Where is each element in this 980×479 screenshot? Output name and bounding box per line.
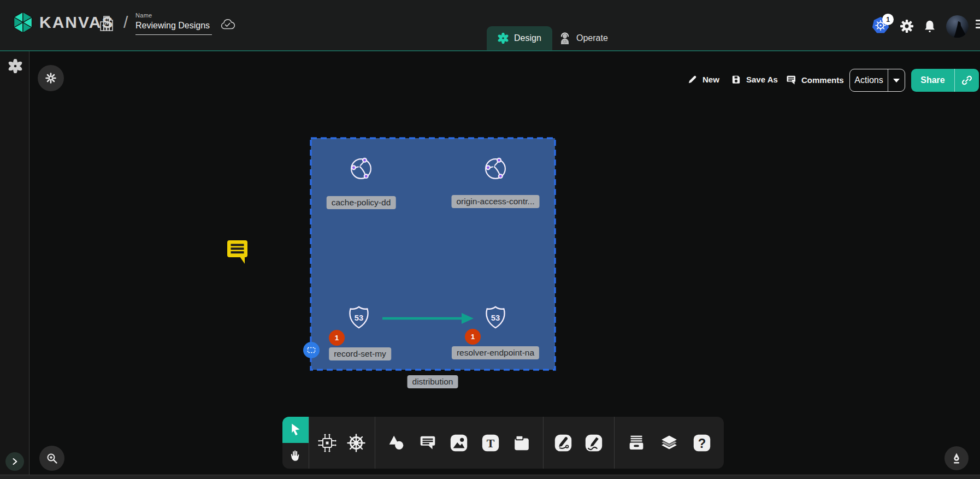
- archive-drawer-icon: [626, 433, 647, 453]
- comment-icon: [786, 74, 796, 85]
- pencil-scribble-icon: [583, 433, 604, 453]
- menu-icon[interactable]: [976, 20, 980, 31]
- route53-shield-icon: 53: [481, 304, 510, 333]
- image-tool[interactable]: [448, 433, 469, 453]
- drawing-tools: [544, 417, 614, 469]
- caret-down-icon: [893, 79, 900, 82]
- kanvas-logo-icon[interactable]: [12, 11, 34, 34]
- node-label-resolver-endpoint[interactable]: resolver-endpoint-na: [452, 346, 539, 359]
- save-icon: [731, 74, 741, 85]
- cloudfront-globe-icon: [347, 155, 375, 183]
- actions-dropdown-toggle[interactable]: [888, 69, 905, 91]
- text-tool-glyph: T: [486, 436, 494, 450]
- shapes-icon: [386, 433, 406, 453]
- image-icon: [448, 433, 469, 453]
- node-record-set[interactable]: 53: [338, 297, 380, 340]
- bottom-strip: [0, 475, 980, 479]
- asterisk-flower-icon: [44, 72, 57, 85]
- comment-bubble-icon: [417, 433, 438, 453]
- save-as-button-label: Save As: [746, 75, 778, 84]
- tab-operate-label: Operate: [576, 33, 608, 43]
- cloud-saved-icon: [220, 18, 236, 31]
- cloudfront-globe-icon: [481, 155, 510, 183]
- selection-handle-icon: [306, 345, 317, 356]
- name-field-label: Name: [135, 12, 212, 19]
- hand-icon: [288, 448, 303, 463]
- new-button-label: New: [702, 75, 719, 84]
- node-resolver-endpoint[interactable]: 53: [474, 297, 517, 340]
- node-origin-access-control[interactable]: [474, 147, 517, 190]
- node-count-badge: 1: [465, 329, 481, 345]
- share-button[interactable]: Share: [911, 69, 979, 92]
- actions-button[interactable]: Actions: [849, 69, 905, 92]
- copy-link-button[interactable]: [954, 69, 979, 92]
- selection-handle[interactable]: [303, 342, 320, 358]
- node-label-record-set[interactable]: record-set-my: [329, 347, 391, 360]
- pen-path-icon: [553, 433, 574, 453]
- design-flower-icon: [498, 33, 509, 44]
- design-name-input[interactable]: [135, 20, 212, 35]
- notifications-bell-icon[interactable]: [923, 19, 936, 33]
- circuit-components-tool[interactable]: [316, 432, 338, 454]
- pencil-icon: [687, 74, 698, 85]
- new-button[interactable]: New: [687, 74, 719, 85]
- sticky-note-tool[interactable]: [511, 433, 532, 453]
- bottom-toolbar: T: [282, 417, 724, 469]
- link-icon: [961, 74, 973, 86]
- flower-recenter-button[interactable]: [38, 65, 64, 91]
- zoom-in-icon: [45, 452, 58, 465]
- tab-design-label: Design: [514, 33, 541, 43]
- context-count-badge: 1: [882, 14, 894, 25]
- cursor-icon: [287, 422, 304, 438]
- text-icon: T: [480, 433, 501, 453]
- question-icon: ?: [692, 433, 712, 453]
- kubernetes-components-tool[interactable]: [345, 432, 367, 454]
- pen-tool[interactable]: [553, 433, 574, 453]
- node-cache-policy[interactable]: [340, 147, 382, 190]
- operator-headset-icon: [559, 32, 571, 44]
- archive-tool[interactable]: [626, 433, 647, 453]
- chevron-right-icon: [9, 456, 20, 467]
- group-label-distribution[interactable]: distribution: [408, 375, 458, 388]
- save-as-button[interactable]: Save As: [731, 74, 778, 85]
- layers-icon: [658, 432, 680, 454]
- pen-mode-button[interactable]: [944, 446, 969, 470]
- tab-operate[interactable]: Operate: [548, 26, 619, 50]
- layers-tool[interactable]: [658, 432, 680, 454]
- org-building-icon[interactable]: [99, 15, 114, 32]
- help-tool-glyph: ?: [698, 435, 706, 450]
- utility-tools: ?: [615, 417, 724, 469]
- zoom-in-button[interactable]: [39, 446, 64, 471]
- comments-button[interactable]: Comments: [786, 74, 844, 85]
- tab-design[interactable]: Design: [487, 26, 552, 50]
- sidebar-expand-button[interactable]: [5, 452, 24, 471]
- node-label-cache-policy[interactable]: cache-policy-dd: [327, 196, 396, 209]
- user-avatar[interactable]: [946, 15, 969, 38]
- route53-number: 53: [355, 314, 363, 322]
- design-name-field: Name: [135, 12, 212, 35]
- freehand-draw-tool[interactable]: [583, 433, 604, 453]
- comments-button-label: Comments: [801, 75, 844, 85]
- circuit-chip-icon: [316, 432, 338, 454]
- breadcrumb-separator: /: [123, 13, 128, 32]
- pen-nib-icon: [950, 452, 963, 465]
- left-sidebar: [0, 51, 29, 475]
- pointer-tools: [282, 417, 309, 469]
- comment-tool[interactable]: [417, 433, 438, 453]
- help-tool[interactable]: ?: [692, 433, 712, 453]
- settings-gear-icon[interactable]: [900, 20, 913, 33]
- header: KANVAS / Name: [0, 0, 980, 51]
- app-root: KANVAS / Name: [0, 0, 980, 479]
- node-label-origin-access[interactable]: origin-access-contr...: [452, 195, 540, 208]
- comment-pin-icon[interactable]: [226, 239, 249, 264]
- annotation-tools: T: [375, 417, 543, 469]
- text-tool[interactable]: T: [480, 433, 501, 453]
- sidebar-flower-icon[interactable]: [8, 59, 22, 73]
- shapes-tool[interactable]: [386, 433, 406, 453]
- select-tool[interactable]: [282, 417, 309, 443]
- route53-number: 53: [491, 314, 500, 322]
- sticky-note-icon: [511, 433, 532, 453]
- actions-button-label: Actions: [850, 75, 888, 85]
- pan-hand-tool[interactable]: [282, 443, 309, 469]
- route53-shield-icon: 53: [345, 304, 373, 333]
